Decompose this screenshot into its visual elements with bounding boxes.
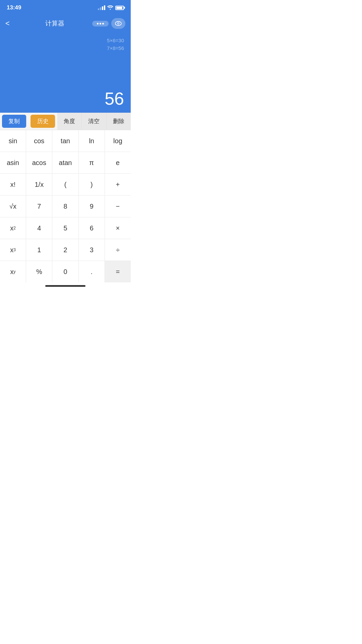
- menu-button[interactable]: [92, 21, 109, 26]
- keypad-row-4: √x 7 8 9 −: [0, 196, 131, 217]
- battery-icon: [115, 6, 124, 10]
- key-square[interactable]: x2: [0, 217, 26, 239]
- back-button[interactable]: <: [5, 19, 17, 28]
- history-button[interactable]: 历史: [31, 115, 55, 128]
- key-ln[interactable]: ln: [79, 130, 105, 152]
- key-divide[interactable]: ÷: [105, 239, 131, 261]
- display-area: 5×6=30 7×8=56 56: [0, 32, 131, 113]
- key-multiply[interactable]: ×: [105, 217, 131, 239]
- title-actions: [92, 18, 125, 29]
- key-close-paren[interactable]: ): [79, 174, 105, 195]
- key-pi[interactable]: π: [79, 152, 105, 173]
- status-icons: [98, 5, 124, 11]
- keypad-row-7: xy % 0 . =: [0, 261, 131, 282]
- key-9[interactable]: 9: [79, 196, 105, 217]
- home-indicator: [0, 282, 131, 289]
- key-sin[interactable]: sin: [0, 130, 26, 152]
- key-2[interactable]: 2: [52, 239, 78, 261]
- status-time: 13:49: [7, 4, 21, 11]
- keypad-row-2: asin acos atan π e: [0, 152, 131, 174]
- key-atan[interactable]: atan: [52, 152, 78, 173]
- delete-button[interactable]: 删除: [107, 113, 131, 130]
- key-plus[interactable]: +: [105, 174, 131, 195]
- key-e[interactable]: e: [105, 152, 131, 173]
- key-sqrt[interactable]: √x: [0, 196, 26, 217]
- menu-dot-1: [97, 23, 99, 24]
- eye-button[interactable]: [111, 18, 125, 29]
- key-percent[interactable]: %: [26, 261, 52, 282]
- title-bar: < 计算器: [0, 15, 131, 32]
- key-3[interactable]: 3: [79, 239, 105, 261]
- key-cube[interactable]: x3: [0, 239, 26, 261]
- key-8[interactable]: 8: [52, 196, 78, 217]
- key-power[interactable]: xy: [0, 261, 26, 282]
- wifi-icon: [107, 5, 113, 11]
- keypad: sin cos tan ln log asin acos atan π e x!…: [0, 130, 131, 282]
- home-bar: [45, 285, 85, 287]
- menu-dot-3: [102, 23, 104, 24]
- key-reciprocal[interactable]: 1/x: [26, 174, 52, 195]
- keypad-row-3: x! 1/x ( ) +: [0, 174, 131, 196]
- key-open-paren[interactable]: (: [52, 174, 78, 195]
- key-equals[interactable]: =: [105, 261, 131, 282]
- key-decimal[interactable]: .: [79, 261, 105, 282]
- current-result: 56: [7, 90, 124, 107]
- keypad-row-1: sin cos tan ln log: [0, 130, 131, 152]
- menu-dot-2: [100, 23, 101, 24]
- key-factorial[interactable]: x!: [0, 174, 26, 195]
- keypad-row-6: x3 1 2 3 ÷: [0, 239, 131, 261]
- key-minus[interactable]: −: [105, 196, 131, 217]
- key-6[interactable]: 6: [79, 217, 105, 239]
- key-7[interactable]: 7: [26, 196, 52, 217]
- angle-button[interactable]: 角度: [57, 113, 82, 130]
- history-area: 5×6=30 7×8=56: [7, 38, 124, 51]
- key-log[interactable]: log: [105, 130, 131, 152]
- key-1[interactable]: 1: [26, 239, 52, 261]
- status-bar: 13:49: [0, 0, 131, 15]
- clear-button[interactable]: 清空: [82, 113, 106, 130]
- signal-icon: [98, 5, 105, 10]
- history-line-1: 5×6=30: [107, 38, 124, 43]
- key-4[interactable]: 4: [26, 217, 52, 239]
- key-5[interactable]: 5: [52, 217, 78, 239]
- svg-point-2: [118, 23, 119, 24]
- history-line-2: 7×8=56: [107, 45, 124, 51]
- action-row: 复制 历史 角度 清空 删除: [0, 113, 131, 130]
- keypad-row-5: x2 4 5 6 ×: [0, 217, 131, 239]
- key-cos[interactable]: cos: [26, 130, 52, 152]
- copy-button[interactable]: 复制: [2, 115, 26, 128]
- key-0[interactable]: 0: [52, 261, 78, 282]
- key-tan[interactable]: tan: [52, 130, 78, 152]
- page-title: 计算器: [17, 19, 92, 28]
- key-asin[interactable]: asin: [0, 152, 26, 173]
- key-acos[interactable]: acos: [26, 152, 52, 173]
